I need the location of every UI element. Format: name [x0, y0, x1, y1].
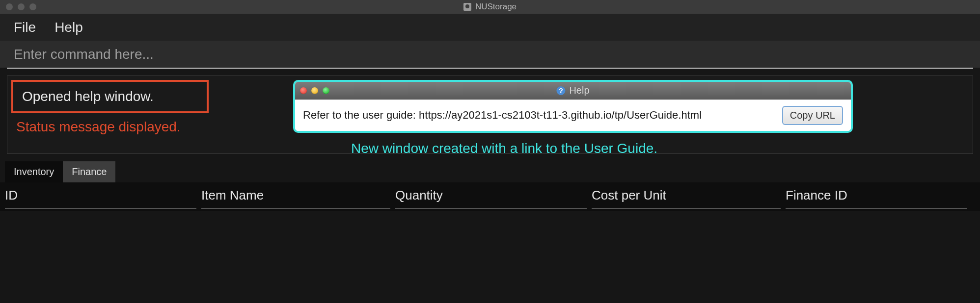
window-title: NUStorage [463, 2, 517, 12]
help-question-icon: ? [556, 86, 565, 95]
status-area: Opened help window. Status message displ… [7, 76, 973, 154]
menu-help[interactable]: Help [54, 20, 83, 35]
minimize-dot[interactable] [18, 3, 25, 10]
help-text: Refer to the user guide: https://ay2021s… [303, 109, 702, 122]
minimize-icon[interactable] [311, 87, 318, 94]
th-finance-id: Finance ID [786, 188, 972, 206]
window-title-text: NUStorage [475, 2, 517, 12]
annotation-status: Status message displayed. [16, 119, 181, 135]
help-title-text: Help [569, 85, 589, 96]
status-message-highlight: Opened help window. [11, 80, 209, 113]
window-controls [0, 3, 36, 10]
help-window-body: Refer to the user guide: https://ay2021s… [295, 100, 851, 131]
status-message-text: Opened help window. [22, 89, 154, 104]
help-window-title: ? Help [556, 85, 589, 96]
tab-inventory[interactable]: Inventory [5, 161, 63, 182]
command-input[interactable] [14, 47, 966, 62]
th-quantity: Quantity [395, 188, 592, 206]
command-row [0, 41, 980, 68]
help-window-controls [300, 87, 329, 94]
help-window: ? Help Refer to the user guide: https://… [293, 80, 853, 133]
th-item-name: Item Name [201, 188, 395, 206]
table-body [0, 211, 980, 303]
command-underline [7, 68, 973, 69]
tab-finance[interactable]: Finance [63, 161, 115, 182]
table-headers: ID Item Name Quantity Cost per Unit Fina… [0, 182, 980, 211]
window-titlebar: NUStorage [0, 0, 980, 14]
tabs-row: Inventory Finance [0, 161, 980, 182]
zoom-icon[interactable] [323, 87, 329, 94]
menubar: File Help [0, 14, 980, 41]
close-icon[interactable] [300, 87, 307, 94]
th-cost-per-unit: Cost per Unit [592, 188, 786, 206]
annotation-help-window: New window created with a link to the Us… [351, 141, 657, 156]
zoom-dot[interactable] [29, 3, 36, 10]
th-id: ID [5, 188, 201, 206]
app-icon [463, 3, 471, 11]
close-dot[interactable] [6, 3, 13, 10]
menu-file[interactable]: File [14, 20, 36, 35]
copy-url-button[interactable]: Copy URL [782, 106, 843, 125]
help-window-titlebar: ? Help [295, 82, 851, 100]
